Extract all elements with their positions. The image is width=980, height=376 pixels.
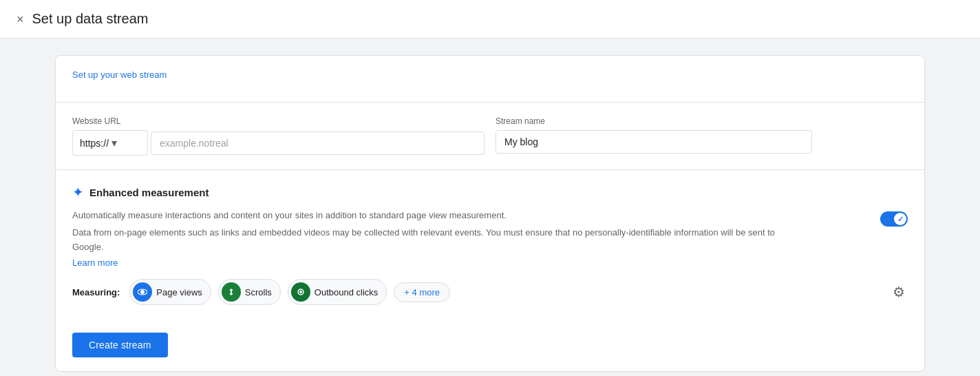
footer-section: Create stream (56, 319, 924, 371)
chip-outbound-label: Outbound clicks (315, 287, 379, 297)
chip-page-views: Page views (129, 279, 211, 305)
chip-scrolls: Scrolls (218, 279, 281, 305)
url-input[interactable] (151, 132, 484, 155)
website-url-label: Website URL (72, 116, 484, 126)
protocol-dropdown[interactable]: https:// ▾ (72, 130, 148, 156)
more-chip[interactable]: + 4 more (394, 282, 450, 302)
svg-point-0 (140, 290, 145, 294)
stream-name-label: Stream name (496, 116, 908, 126)
toggle-check-icon: ✓ (897, 215, 904, 224)
chevron-down-icon: ▾ (111, 136, 117, 149)
chip-scrolls-label: Scrolls (245, 287, 272, 297)
web-stream-label: Set up your web stream (72, 70, 908, 80)
stream-name-input[interactable] (496, 130, 812, 154)
page-views-icon (133, 282, 152, 302)
scrolls-icon (222, 282, 241, 302)
page-header: × Set up data stream (0, 0, 980, 39)
measuring-label: Measuring: (72, 287, 120, 297)
create-stream-button[interactable]: Create stream (72, 333, 168, 357)
web-stream-section: Set up your web stream (56, 56, 924, 103)
enhanced-toggle[interactable]: ✓ (880, 211, 908, 227)
sparkle-icon: ✦ (72, 184, 84, 200)
svg-point-3 (299, 291, 302, 293)
chip-page-views-label: Page views (156, 287, 202, 297)
outbound-clicks-icon (291, 282, 310, 302)
url-group: Website URL https:// ▾ (72, 116, 484, 156)
more-chip-label: + 4 more (404, 287, 440, 297)
enhanced-header: ✦ Enhanced measurement (72, 184, 908, 200)
page-title: Set up data stream (32, 11, 149, 27)
url-section: Website URL https:// ▾ Stream name (56, 103, 924, 170)
chip-outbound-clicks: Outbound clicks (288, 279, 387, 305)
close-icon[interactable]: × (17, 13, 24, 25)
protocol-value: https:// (80, 138, 109, 149)
gear-icon: ⚙ (893, 284, 905, 300)
gear-button[interactable]: ⚙ (890, 281, 908, 303)
measuring-row: Measuring: Page views (72, 279, 908, 305)
enhanced-desc2: Data from on-page elements such as links… (72, 226, 795, 255)
enhanced-section: ✦ Enhanced measurement Automatically mea… (56, 170, 924, 319)
enhanced-title: Enhanced measurement (89, 187, 209, 198)
enhanced-desc1: Automatically measure interactions and c… (72, 209, 795, 223)
learn-more-link[interactable]: Learn more (72, 258, 118, 268)
name-group: Stream name (496, 116, 908, 154)
